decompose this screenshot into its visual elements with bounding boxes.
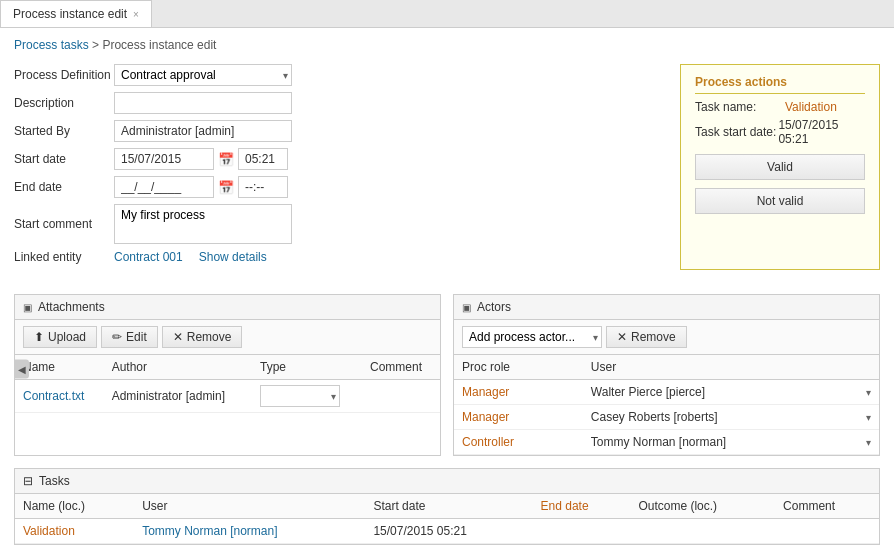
attachment-type-select[interactable] bbox=[260, 385, 340, 407]
description-input[interactable] bbox=[114, 92, 292, 114]
end-date-calendar-icon[interactable]: 📅 bbox=[218, 180, 234, 195]
tasks-section: ⊟ Tasks Name (loc.) User Start date End … bbox=[14, 468, 880, 545]
start-date-row: Start date 📅 bbox=[14, 148, 314, 170]
tab-close-icon[interactable]: × bbox=[133, 9, 139, 20]
table-row: Validation Tommy Norman [norman] 15/07/2… bbox=[15, 519, 879, 544]
attachments-collapse-icon[interactable]: ▣ bbox=[23, 302, 32, 313]
col-task-outcome: Outcome (loc.) bbox=[630, 494, 775, 519]
remove-button[interactable]: ✕ Remove bbox=[162, 326, 243, 348]
actor-user-3: Tommy Norman [norman] bbox=[591, 435, 726, 449]
table-row: Controller Tommy Norman [norman] ▾ bbox=[454, 430, 879, 455]
actors-section-header: ▣ Actors bbox=[454, 295, 879, 320]
table-row: Contract.txt Administrator [admin] ▾ bbox=[15, 380, 440, 413]
actor-user-3-arrow[interactable]: ▾ bbox=[866, 437, 871, 448]
actor-user-cell-2: Casey Roberts [roberts] ▾ bbox=[583, 405, 879, 430]
actor-user-cell-3: Tommy Norman [norman] ▾ bbox=[583, 430, 879, 455]
top-layout: Process Definition Contract approval ▾ D… bbox=[14, 64, 880, 270]
process-instance-edit-tab[interactable]: Process instance edit × bbox=[0, 0, 152, 27]
tasks-table: Name (loc.) User Start date End date Out… bbox=[15, 494, 879, 544]
task-comment-1 bbox=[775, 519, 879, 544]
actors-toolbar: Add process actor... ▾ ✕ Remove bbox=[454, 320, 879, 355]
end-time-input[interactable] bbox=[238, 176, 288, 198]
col-task-name: Name (loc.) bbox=[15, 494, 134, 519]
actor-user-2-arrow[interactable]: ▾ bbox=[866, 412, 871, 423]
end-date-row: End date 📅 bbox=[14, 176, 314, 198]
actor-user-1: Walter Pierce [pierce] bbox=[591, 385, 705, 399]
description-row: Description bbox=[14, 92, 314, 114]
actor-role-3: Controller bbox=[454, 430, 583, 455]
col-task-start-date: Start date bbox=[365, 494, 532, 519]
actors-title: Actors bbox=[477, 300, 511, 314]
remove-label: Remove bbox=[187, 330, 232, 344]
start-date-label: Start date bbox=[14, 152, 114, 166]
process-actions-box: Process actions Task name: Validation Ta… bbox=[680, 64, 880, 270]
task-outcome-1 bbox=[630, 519, 775, 544]
task-name-row: Task name: Validation bbox=[695, 100, 865, 114]
edit-button[interactable]: ✏ Edit bbox=[101, 326, 158, 348]
upload-icon: ⬆ bbox=[34, 330, 44, 344]
col-proc-role: Proc role bbox=[454, 355, 583, 380]
start-time-input[interactable] bbox=[238, 148, 288, 170]
start-comment-label: Start comment bbox=[14, 217, 114, 231]
started-by-input[interactable] bbox=[114, 120, 292, 142]
actors-remove-icon: ✕ bbox=[617, 330, 627, 344]
show-details-link[interactable]: Show details bbox=[199, 250, 267, 264]
upload-button[interactable]: ⬆ Upload bbox=[23, 326, 97, 348]
remove-icon: ✕ bbox=[173, 330, 183, 344]
actor-role-2: Manager bbox=[454, 405, 583, 430]
description-label: Description bbox=[14, 96, 114, 110]
actors-table-area: Proc role User Manager Walter Pierce [pi… bbox=[454, 355, 879, 455]
process-definition-select[interactable]: Contract approval bbox=[114, 64, 292, 86]
task-start-date-value: 15/07/2015 05:21 bbox=[778, 118, 865, 146]
task-name-key: Task name: bbox=[695, 100, 785, 114]
start-date-input[interactable] bbox=[114, 148, 214, 170]
task-name-1: Validation bbox=[15, 519, 134, 544]
task-start-date-1: 15/07/2015 05:21 bbox=[365, 519, 532, 544]
task-name-value: Validation bbox=[785, 100, 837, 114]
started-by-label: Started By bbox=[14, 124, 114, 138]
col-task-end-date: End date bbox=[533, 494, 631, 519]
actor-user-1-arrow[interactable]: ▾ bbox=[866, 387, 871, 398]
actor-user-2: Casey Roberts [roberts] bbox=[591, 410, 718, 424]
col-author: Author bbox=[104, 355, 252, 380]
tab-bar: Process instance edit × bbox=[0, 0, 894, 28]
not-valid-button[interactable]: Not valid bbox=[695, 188, 865, 214]
start-comment-input[interactable]: My first process bbox=[114, 204, 292, 244]
task-start-date-row: Task start date: 15/07/2015 05:21 bbox=[695, 118, 865, 146]
process-definition-label: Process Definition bbox=[14, 68, 114, 82]
attachments-section-header: ▣ Attachments bbox=[15, 295, 440, 320]
side-tab: ◀ bbox=[14, 360, 29, 379]
end-date-label: End date bbox=[14, 180, 114, 194]
attachments-table: Name Author Type Comment Contract.txt Ad… bbox=[15, 355, 440, 413]
breadcrumb-link[interactable]: Process tasks bbox=[14, 38, 89, 52]
task-user-link[interactable]: Tommy Norman [norman] bbox=[142, 524, 277, 538]
edit-label: Edit bbox=[126, 330, 147, 344]
process-actions-title: Process actions bbox=[695, 75, 865, 94]
page-content: Process tasks > Process instance edit Pr… bbox=[0, 28, 894, 550]
tasks-collapse-icon[interactable]: ⊟ bbox=[23, 474, 33, 488]
add-actor-select[interactable]: Add process actor... bbox=[462, 326, 602, 348]
start-date-calendar-icon[interactable]: 📅 bbox=[218, 152, 234, 167]
attachments-table-area: Name Author Type Comment Contract.txt Ad… bbox=[15, 355, 440, 413]
linked-entity-link[interactable]: Contract 001 bbox=[114, 250, 183, 264]
actors-remove-button[interactable]: ✕ Remove bbox=[606, 326, 687, 348]
task-start-date-key: Task start date: bbox=[695, 125, 778, 139]
breadcrumb-current: Process instance edit bbox=[102, 38, 216, 52]
actors-table: Proc role User Manager Walter Pierce [pi… bbox=[454, 355, 879, 455]
end-date-input[interactable] bbox=[114, 176, 214, 198]
tasks-section-header: ⊟ Tasks bbox=[15, 469, 879, 494]
attachment-comment bbox=[362, 380, 440, 413]
attachments-section: ▣ Attachments ⬆ Upload ✏ Edit ✕ Remove bbox=[14, 294, 441, 456]
task-user-1: Tommy Norman [norman] bbox=[134, 519, 365, 544]
breadcrumb-separator: > bbox=[92, 38, 102, 52]
task-name-link[interactable]: Validation bbox=[23, 524, 75, 538]
valid-button[interactable]: Valid bbox=[695, 154, 865, 180]
actors-remove-label: Remove bbox=[631, 330, 676, 344]
col-task-user: User bbox=[134, 494, 365, 519]
actors-collapse-icon: ▣ bbox=[462, 302, 471, 313]
attachment-link[interactable]: Contract.txt bbox=[23, 389, 84, 403]
add-actor-select-wrap: Add process actor... ▾ bbox=[462, 326, 602, 348]
end-date-wrap: 📅 bbox=[114, 176, 288, 198]
start-date-wrap: 📅 bbox=[114, 148, 288, 170]
actors-section: ▣ Actors Add process actor... ▾ ✕ Remove bbox=[453, 294, 880, 456]
